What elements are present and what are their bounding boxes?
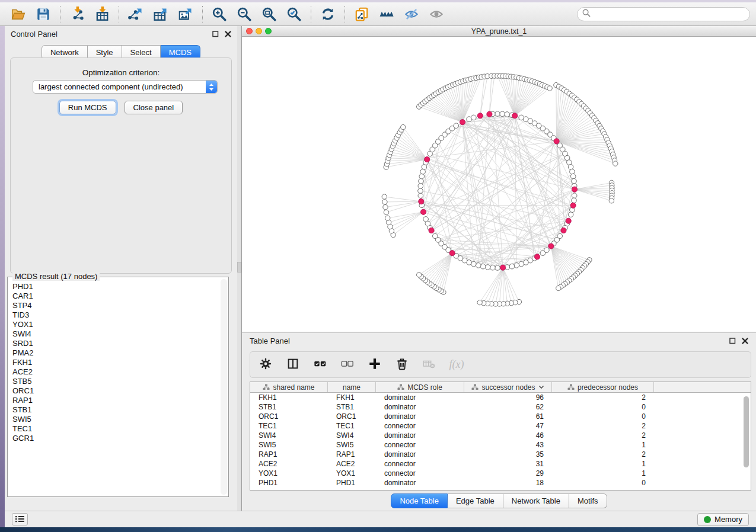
table-row[interactable]: FKH1FKH1dominator962 [250,393,751,402]
main-area: Control Panel NetworkStyleSelectMCDS Opt… [5,26,756,511]
result-node-item[interactable]: STB5 [10,377,219,386]
optimization-criterion-select[interactable]: largest connected component (undirected) [33,80,218,94]
delete-table-button [420,355,439,375]
table-cell: 1 [552,440,654,450]
create-new-column-icon [368,357,381,373]
tree-icon [567,384,575,390]
table-row[interactable]: RAP1RAP1dominator352 [250,450,751,459]
panel-splitter[interactable] [237,26,241,511]
zoom-selected-button[interactable] [282,4,307,24]
window-minimize-icon[interactable] [256,28,262,34]
save-session-button[interactable] [31,4,56,24]
table-tab-edge-table[interactable]: Edge Table [448,493,503,508]
column-header-successor-nodes[interactable]: successor nodes [464,382,552,392]
zoom-fit-button[interactable] [257,4,282,24]
table-row[interactable]: ACE2ACE2connector311 [250,459,751,469]
result-node-item[interactable]: STP4 [10,301,219,310]
table-cell: YOX1 [250,469,328,478]
result-node-item[interactable]: ORC1 [10,386,219,396]
zoom-in-button[interactable] [207,4,232,24]
table-row[interactable]: SWI5SWI5connector431 [250,440,751,450]
show-hide-columns-button[interactable] [283,355,302,375]
import-network-icon [69,7,85,22]
open-file-icon [11,7,26,22]
table-tab-motifs[interactable]: Motifs [569,493,607,508]
hide-selected-button[interactable] [399,4,424,24]
result-node-item[interactable]: FKH1 [10,358,219,367]
result-node-item[interactable]: ACE2 [10,367,219,377]
export-table-button[interactable] [148,4,173,24]
refresh-button[interactable] [315,4,340,24]
result-node-item[interactable]: TID3 [10,310,219,320]
table-tab-node-table[interactable]: Node Table [391,493,448,508]
result-node-item[interactable]: PHD1 [10,282,219,291]
import-network-button[interactable] [65,4,90,24]
import-table-icon [94,7,110,22]
float-table-panel-icon[interactable] [729,338,736,344]
export-image-button[interactable] [173,4,198,24]
run-mcds-button[interactable]: Run MCDS [59,101,116,114]
node-table: shared namenameMCDS rolesuccessor nodesp… [250,382,751,491]
close-table-panel-icon[interactable] [742,338,748,344]
search-input[interactable] [594,9,745,18]
panel-toggle-button[interactable] [12,513,28,525]
table-row[interactable]: ORC1ORC1dominator610 [250,412,751,421]
splitter-grip[interactable] [237,262,241,273]
control-panel: Control Panel NetworkStyleSelectMCDS Opt… [5,26,237,511]
create-new-column-button[interactable] [365,355,384,375]
table-cell: SWI4 [250,431,328,440]
table-cell: 2 [552,431,654,440]
result-node-item[interactable]: SWI4 [10,329,219,339]
table-cell: 43 [464,440,552,450]
table-cell: ACE2 [328,459,376,469]
close-panel-button[interactable]: Close panel [125,101,183,114]
window-maximize-icon[interactable] [265,28,272,34]
table-cell: 31 [464,459,552,469]
memory-button[interactable]: Memory [697,513,749,526]
result-node-item[interactable]: CAR1 [10,291,219,301]
close-panel-icon[interactable] [225,31,231,37]
table-cell: FKH1 [250,393,328,402]
delete-columns-button[interactable] [393,355,412,375]
result-node-item[interactable]: TEC1 [10,424,219,434]
table-options-gear-button[interactable] [256,355,275,375]
table-cell: 2 [552,450,654,459]
table-row[interactable]: TEC1TEC1connector472 [250,421,751,431]
table-tab-network-table[interactable]: Network Table [503,493,569,508]
select-all-rows-icon [314,357,327,373]
table-row[interactable]: STB1STB1dominator620 [250,402,751,412]
search-field[interactable] [577,7,750,21]
result-node-item[interactable]: RAP1 [10,396,219,405]
status-bar: Memory [5,511,756,527]
result-node-item[interactable]: GCR1 [10,434,219,443]
table-row[interactable]: PHD1PHD1dominator180 [250,478,751,488]
toolbar-separator [119,6,119,23]
network-canvas[interactable] [242,37,756,332]
window-close-icon[interactable] [246,28,253,34]
result-node-item[interactable]: SRD1 [10,339,219,348]
column-header-mcds-role[interactable]: MCDS role [376,382,464,392]
export-network-button[interactable] [123,4,148,24]
table-row[interactable]: SWI4SWI4dominator462 [250,431,751,440]
zoom-out-button[interactable] [232,4,257,24]
zoom-out-icon [237,7,252,22]
duplicate-network-button[interactable] [349,4,374,24]
open-file-button[interactable] [6,4,31,24]
result-node-item[interactable]: YOX1 [10,320,219,329]
table-row[interactable]: YOX1YOX1connector291 [250,469,751,478]
show-all-button[interactable] [424,4,449,24]
column-header-shared-name[interactable]: shared name [250,382,328,392]
select-all-rows-button[interactable] [311,355,330,375]
float-panel-icon[interactable] [212,31,219,37]
column-header-name[interactable]: name [328,382,376,392]
column-label: successor nodes [481,383,535,392]
result-node-item[interactable]: STB1 [10,405,219,415]
import-table-button[interactable] [90,4,114,24]
result-node-item[interactable]: SWI5 [10,415,219,424]
first-neighbors-button[interactable] [374,4,399,24]
result-node-item[interactable]: PMA2 [10,348,219,358]
result-list-scrollbar[interactable] [221,279,227,495]
column-header-predecessor-nodes[interactable]: predecessor nodes [552,382,654,392]
table-scrollbar-thumb[interactable] [744,396,749,467]
deselect-all-rows-button[interactable] [338,355,357,375]
